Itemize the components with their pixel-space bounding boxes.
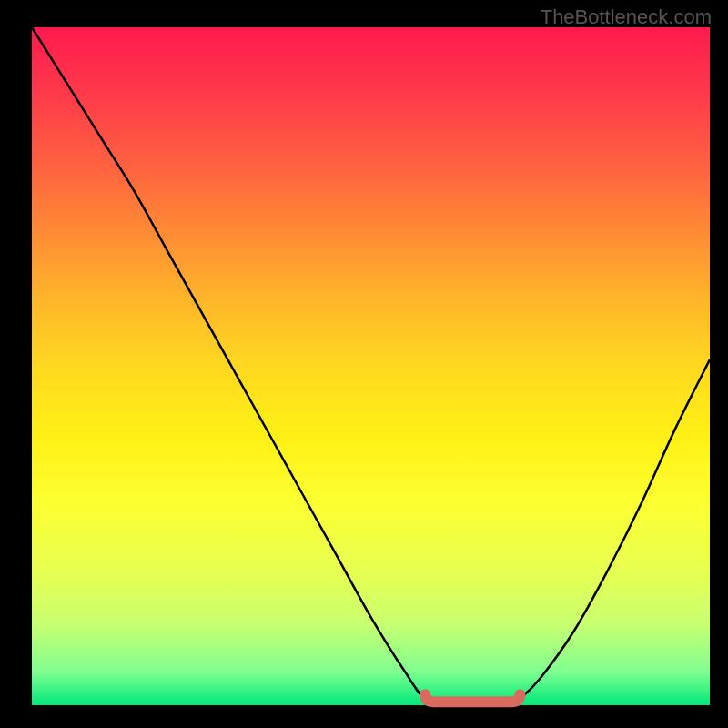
bottleneck-curve bbox=[32, 27, 710, 706]
chart-svg bbox=[32, 27, 710, 705]
watermark-text: TheBottleneck.com bbox=[541, 5, 712, 29]
bottleneck-chart bbox=[32, 27, 710, 705]
optimal-range-marker bbox=[425, 694, 520, 702]
